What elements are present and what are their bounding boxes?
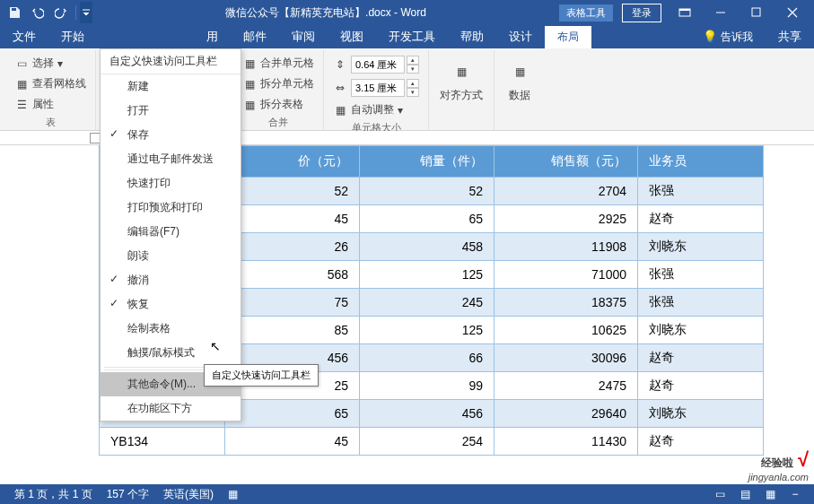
width-icon: ⇔ — [333, 81, 347, 95]
save-button[interactable] — [4, 2, 25, 23]
select-button[interactable]: ▭选择 ▾ — [11, 54, 90, 73]
tab-mailings[interactable]: 邮件 — [231, 25, 279, 48]
tab-developer[interactable]: 开发工具 — [376, 25, 448, 48]
menu-item[interactable]: 通过电子邮件发送 — [101, 147, 241, 171]
cell-qty[interactable]: 99 — [360, 372, 495, 400]
width-down[interactable]: ▾ — [407, 88, 419, 97]
cell-rep[interactable]: 张强 — [638, 261, 764, 289]
cell-price[interactable]: 568 — [225, 261, 360, 289]
cell-amount[interactable]: 2475 — [495, 372, 638, 400]
cell-rep[interactable]: 赵奇 — [638, 428, 764, 456]
cell-qty[interactable]: 65 — [360, 205, 495, 233]
cell-rep[interactable]: 张强 — [638, 178, 764, 205]
ribbon-options-button[interactable] — [667, 0, 703, 25]
cell-rep[interactable]: 赵奇 — [638, 344, 764, 372]
menu-item[interactable]: 撤消 — [101, 268, 241, 292]
cell-rep[interactable]: 刘晓东 — [638, 400, 764, 428]
menu-item[interactable]: 快速打印 — [101, 171, 241, 196]
cell-rep[interactable]: 赵奇 — [638, 205, 764, 233]
maximize-button[interactable] — [739, 0, 775, 25]
cell-amount[interactable]: 2925 — [495, 205, 638, 233]
view-read-button[interactable]: ▭ — [708, 484, 731, 504]
tell-me[interactable]: 💡 告诉我 — [690, 26, 766, 48]
cell-qty[interactable]: 125 — [360, 317, 495, 344]
row-height-spinner[interactable]: ⇕▴▾ — [329, 54, 423, 75]
cell-amount[interactable]: 29640 — [495, 400, 638, 428]
tab-review[interactable]: 审阅 — [279, 25, 328, 48]
cell-qty[interactable]: 52 — [360, 178, 495, 205]
status-macro[interactable]: ▦ — [221, 488, 245, 500]
split-cells-button[interactable]: ▦拆分单元格 — [239, 74, 318, 93]
height-up[interactable]: ▴ — [407, 56, 419, 65]
cell-qty[interactable]: 245 — [360, 289, 495, 317]
tab-table-design[interactable]: 设计 — [496, 25, 545, 48]
cell-price[interactable]: 65 — [225, 400, 360, 428]
tab-home[interactable]: 开始 — [48, 25, 97, 48]
merge-cells-button[interactable]: ▦合并单元格 — [239, 54, 318, 73]
width-input[interactable] — [351, 79, 405, 97]
status-lang[interactable]: 英语(美国) — [156, 487, 221, 502]
height-down[interactable]: ▾ — [407, 65, 419, 74]
qat-customize-dropdown[interactable] — [80, 2, 92, 23]
cell-amount[interactable]: 11430 — [495, 428, 638, 456]
tab-references[interactable]: 用 — [194, 25, 231, 48]
cell-price[interactable]: 45 — [225, 428, 360, 456]
view-print-button[interactable]: ▤ — [733, 484, 757, 504]
cell-rep[interactable]: 赵奇 — [638, 372, 764, 400]
menu-item[interactable]: 新建 — [101, 74, 241, 99]
tab-help[interactable]: 帮助 — [448, 25, 496, 48]
split-table-button[interactable]: ▦拆分表格 — [239, 95, 318, 114]
menu-item[interactable]: 绘制表格 — [101, 317, 241, 341]
menu-item[interactable]: 朗读 — [101, 244, 241, 268]
redo-button[interactable] — [50, 2, 72, 23]
view-gridlines-button[interactable]: ▦查看网格线 — [11, 74, 90, 93]
cell-price[interactable]: 52 — [225, 178, 360, 205]
table-row[interactable]: YB1344525411430赵奇 — [100, 428, 764, 456]
height-input[interactable] — [351, 56, 405, 74]
cell-id[interactable]: YB134 — [100, 428, 225, 456]
cell-rep[interactable]: 刘晓东 — [638, 233, 764, 261]
menu-item[interactable]: 打开 — [101, 99, 241, 123]
close-button[interactable] — [775, 0, 810, 25]
cell-amount[interactable]: 71000 — [495, 261, 638, 289]
cell-qty[interactable]: 254 — [360, 428, 495, 456]
cell-rep[interactable]: 刘晓东 — [638, 317, 764, 344]
tab-view[interactable]: 视图 — [328, 25, 376, 48]
width-up[interactable]: ▴ — [407, 79, 419, 88]
cell-price[interactable]: 45 — [225, 205, 360, 233]
cell-rep[interactable]: 张强 — [638, 289, 764, 317]
login-button[interactable]: 登录 — [622, 4, 661, 22]
cell-qty[interactable]: 66 — [360, 344, 495, 372]
minimize-button[interactable] — [703, 0, 739, 25]
cell-amount[interactable]: 30096 — [495, 344, 638, 372]
status-words[interactable]: 157 个字 — [100, 487, 156, 502]
zoom-out-button[interactable]: − — [783, 484, 807, 504]
alignment-button[interactable]: ▦对齐方式 — [434, 54, 488, 107]
undo-button[interactable] — [27, 2, 48, 23]
share-button[interactable]: 共享 — [766, 25, 814, 48]
cell-amount[interactable]: 2704 — [495, 178, 638, 205]
properties-button[interactable]: ☰属性 — [11, 95, 90, 114]
menu-item[interactable]: 编辑器(F7) — [101, 220, 241, 244]
menu-item[interactable]: 保存 — [101, 123, 241, 147]
cell-amount[interactable]: 10625 — [495, 317, 638, 344]
menu-item[interactable]: 打印预览和打印 — [101, 196, 241, 220]
menubar: 文件 开始 插入 设计 用 邮件 审阅 视图 开发工具 帮助 设计 布局 💡 告… — [0, 25, 814, 48]
menu-item[interactable]: 在功能区下方 — [101, 396, 241, 421]
tab-file[interactable]: 文件 — [0, 25, 48, 48]
cell-price[interactable]: 26 — [225, 233, 360, 261]
cell-price[interactable]: 75 — [225, 289, 360, 317]
autofit-button[interactable]: ▦自动调整 ▾ — [329, 100, 423, 119]
cell-qty[interactable]: 125 — [360, 261, 495, 289]
view-web-button[interactable]: ▦ — [758, 484, 782, 504]
tab-layout-active[interactable]: 布局 — [545, 26, 591, 48]
col-width-spinner[interactable]: ⇔▴▾ — [329, 77, 423, 99]
cell-amount[interactable]: 11908 — [495, 233, 638, 261]
status-page[interactable]: 第 1 页，共 1 页 — [7, 487, 100, 502]
cell-qty[interactable]: 458 — [360, 233, 495, 261]
cell-price[interactable]: 85 — [225, 317, 360, 344]
cell-amount[interactable]: 18375 — [495, 289, 638, 317]
cell-qty[interactable]: 456 — [360, 400, 495, 428]
menu-item[interactable]: 恢复 — [101, 292, 241, 317]
data-button[interactable]: ▦数据 — [500, 54, 539, 107]
